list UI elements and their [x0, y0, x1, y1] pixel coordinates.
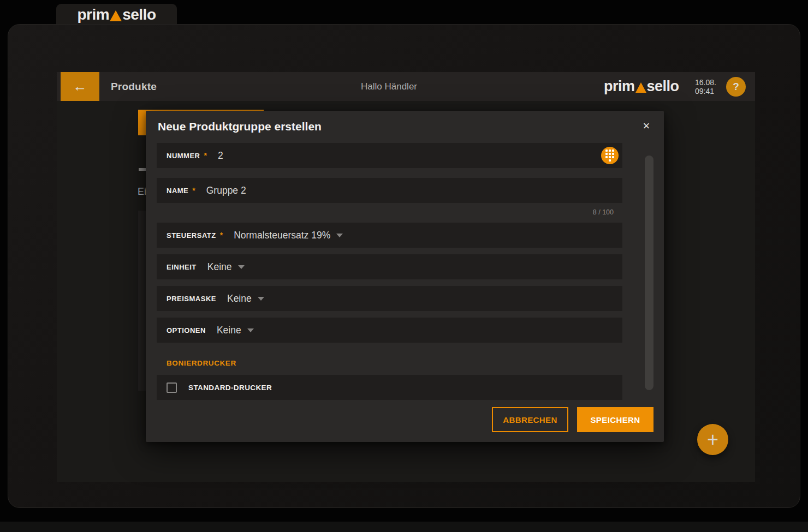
standard-drucker-row[interactable]: STANDARD-DRUCKER	[157, 375, 622, 400]
logo-text-suffix: sello	[122, 6, 156, 23]
field-label: STEUERSATZ	[167, 231, 216, 240]
numpad-button[interactable]	[601, 147, 619, 164]
field-value: Normalsteuersatz 19%	[234, 230, 330, 241]
greeting-text: Hallo Händler	[361, 72, 417, 101]
field-name[interactable]: NAME * Gruppe 2	[157, 178, 622, 203]
field-optionen[interactable]: OPTIONEN Keine	[157, 318, 622, 343]
logo-text-prefix: prim	[604, 78, 635, 95]
datetime: 16.08. 09:41	[695, 72, 716, 101]
dialog-scrollbar[interactable]	[645, 156, 653, 390]
create-product-group-dialog: Neue Produktgruppe erstellen × NUMMER * …	[146, 111, 664, 442]
field-label: NAME	[167, 187, 188, 195]
time-text: 09:41	[695, 87, 716, 95]
chevron-down-icon	[258, 297, 264, 301]
cancel-button[interactable]: ABBRECHEN	[492, 407, 568, 432]
close-button[interactable]: ×	[639, 119, 653, 133]
chevron-down-icon	[238, 265, 245, 269]
page-title: Produkte	[111, 72, 157, 101]
char-counter: 8 / 100	[593, 208, 614, 216]
browser-tab[interactable]: prim sello	[56, 4, 177, 25]
save-button[interactable]: SPEICHERN	[577, 407, 653, 432]
dialog-title: Neue Produktgruppe erstellen	[158, 120, 322, 133]
field-label: PREISMASKE	[167, 295, 216, 303]
required-marker: *	[220, 231, 223, 240]
logo-text-suffix: sello	[647, 78, 679, 95]
field-value: 2	[218, 150, 223, 162]
chevron-down-icon	[247, 328, 254, 332]
header-brand: prim sello	[604, 72, 679, 101]
section-bonierdrucker: BONIERDRUCKER	[167, 359, 236, 367]
standard-drucker-checkbox[interactable]	[167, 382, 177, 393]
field-einheit[interactable]: EINHEIT Keine	[157, 254, 622, 279]
field-label: OPTIONEN	[167, 326, 206, 334]
back-button[interactable]: ←	[61, 72, 99, 101]
logo-text-prefix: prim	[78, 6, 110, 23]
logo-triangle-icon	[635, 82, 646, 93]
field-label: EINHEIT	[167, 263, 197, 271]
field-value: Keine	[207, 261, 232, 273]
field-steuersatz[interactable]: STEUERSATZ * Normalsteuersatz 19%	[157, 223, 622, 248]
field-nummer[interactable]: NUMMER * 2	[157, 143, 622, 168]
logo-triangle-icon	[110, 10, 122, 21]
field-label: NUMMER	[167, 152, 200, 160]
plus-icon: +	[707, 428, 718, 451]
screen: prim sello ← Produkte Hallo Händler prim…	[0, 0, 808, 532]
dialpad-icon	[605, 150, 614, 162]
chevron-down-icon	[336, 234, 343, 237]
primasello-logo: prim sello	[604, 78, 679, 95]
required-marker: *	[204, 151, 207, 160]
required-marker: *	[192, 186, 195, 195]
primasello-logo: prim sello	[78, 6, 156, 23]
date-text: 16.08.	[695, 78, 716, 87]
screen-bottom-reflection	[0, 522, 808, 532]
back-arrow-icon: ←	[73, 78, 87, 95]
add-button[interactable]: +	[697, 424, 728, 455]
close-icon: ×	[643, 119, 650, 133]
app-header: ← Produkte Hallo Händler prim sello 16.0…	[57, 72, 755, 101]
field-value: Keine	[217, 325, 241, 336]
field-preismaske[interactable]: PREISMASKE Keine	[157, 286, 622, 311]
field-value: Gruppe 2	[206, 185, 246, 196]
field-value: Keine	[227, 293, 252, 304]
checkbox-label: STANDARD-DRUCKER	[188, 384, 272, 392]
help-button[interactable]: ?	[726, 77, 746, 97]
question-mark-icon: ?	[733, 81, 739, 93]
